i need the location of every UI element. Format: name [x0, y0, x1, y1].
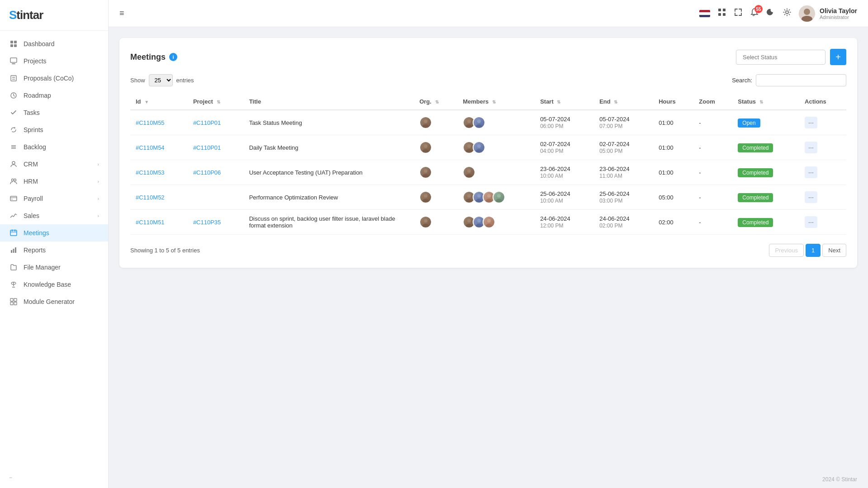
- sidebar-item-roadmap[interactable]: Roadmap: [0, 87, 108, 104]
- sidebar-item-module-generator[interactable]: Module Generator: [0, 293, 108, 310]
- search-input[interactable]: [756, 74, 846, 86]
- col-project[interactable]: Project ⇅: [188, 94, 244, 110]
- col-project-label: Project: [193, 98, 213, 105]
- cell-zoom: -: [693, 185, 732, 210]
- svg-point-71: [477, 219, 481, 223]
- user-menu[interactable]: Olivia Taylor Administrator: [799, 5, 857, 22]
- cell-actions: ···: [799, 210, 846, 235]
- svg-point-53: [424, 169, 427, 173]
- svg-rect-2: [10, 44, 13, 47]
- info-icon[interactable]: i: [169, 53, 177, 61]
- cell-project: #C110P01: [188, 135, 244, 160]
- status-filter[interactable]: [736, 50, 825, 65]
- svg-point-18: [12, 199, 13, 200]
- meetings-table: Id ▼ Project ⇅ Title Org. ⇅: [130, 94, 846, 235]
- meeting-id-link[interactable]: #C110M53: [136, 169, 165, 176]
- cell-members: [457, 185, 535, 210]
- row-actions-button[interactable]: ···: [805, 166, 817, 178]
- svg-rect-31: [718, 9, 721, 11]
- sidebar-item-sprints[interactable]: Sprints: [0, 121, 108, 138]
- notification-badge: 55: [754, 5, 763, 13]
- sidebar-label-meetings: Meetings: [24, 229, 99, 237]
- row-actions-button[interactable]: ···: [805, 117, 817, 128]
- cell-project: #C110P06: [188, 160, 244, 185]
- svg-point-41: [424, 119, 427, 123]
- sidebar-item-dashboard[interactable]: Dashboard: [0, 35, 108, 52]
- sidebar-item-hrm[interactable]: HRM ›: [0, 173, 108, 190]
- svg-point-43: [467, 119, 471, 123]
- cell-org: [414, 185, 457, 210]
- col-end[interactable]: End ⇅: [594, 94, 653, 110]
- meeting-id-link[interactable]: #C110M55: [136, 119, 165, 126]
- sidebar-item-tasks[interactable]: Tasks: [0, 104, 108, 121]
- row-actions-button[interactable]: ···: [805, 216, 817, 228]
- sidebar-item-meetings[interactable]: Meetings: [0, 224, 108, 242]
- svg-point-69: [467, 219, 471, 223]
- cell-id: #C110M52: [130, 185, 188, 210]
- svg-point-66: [496, 199, 502, 202]
- project-link[interactable]: #C110P35: [193, 219, 221, 226]
- topbar-left: ≡: [119, 9, 124, 18]
- meeting-id-link[interactable]: #C110M54: [136, 144, 165, 151]
- cell-title: Performance Optimization Review: [244, 185, 414, 210]
- cell-zoom: -: [693, 135, 732, 160]
- expand-icon[interactable]: [734, 8, 743, 19]
- sidebar-item-sales[interactable]: Sales ›: [0, 207, 108, 224]
- apps-icon[interactable]: [717, 8, 726, 19]
- sidebar-item-backlog[interactable]: Backlog: [0, 138, 108, 156]
- page-1-button[interactable]: 1: [806, 244, 821, 257]
- sidebar-item-file-manager[interactable]: File Manager: [0, 259, 108, 276]
- col-title-label: Title: [249, 98, 261, 105]
- svg-rect-33: [718, 13, 721, 16]
- project-link[interactable]: #C110P01: [193, 119, 221, 126]
- language-flag[interactable]: [699, 10, 710, 17]
- add-meeting-button[interactable]: +: [830, 49, 846, 65]
- table-controls: Show 25 10 50 entries Search:: [130, 74, 846, 86]
- notifications-button[interactable]: 55: [750, 8, 759, 19]
- sidebar-item-payroll[interactable]: Payroll ›: [0, 190, 108, 207]
- row-actions-button[interactable]: ···: [805, 191, 817, 203]
- svg-point-13: [12, 161, 15, 164]
- dark-mode-toggle[interactable]: [766, 8, 775, 19]
- main-area: ≡ 55: [109, 0, 868, 488]
- next-button[interactable]: Next: [822, 244, 846, 257]
- sidebar-item-proposals[interactable]: Proposals (CoCo): [0, 70, 108, 87]
- app-logo[interactable]: Stintar: [9, 8, 43, 22]
- user-role: Administrator: [820, 14, 857, 20]
- sidebar-item-reports[interactable]: Reports: [0, 242, 108, 259]
- svg-point-15: [14, 179, 16, 181]
- project-link[interactable]: #C110P01: [193, 144, 221, 151]
- sidebar-item-knowledge-base[interactable]: Knowledge Base: [0, 276, 108, 293]
- svg-point-63: [487, 194, 491, 198]
- col-status-label: Status: [738, 98, 756, 105]
- cell-start: 05-07-202406:00 PM: [535, 110, 594, 135]
- sidebar-item-projects[interactable]: Projects: [0, 52, 108, 70]
- col-members[interactable]: Members ⇅: [457, 94, 535, 110]
- col-org[interactable]: Org. ⇅: [414, 94, 457, 110]
- sprints-icon: [9, 126, 18, 133]
- sales-icon: [9, 212, 18, 219]
- sort-status-icon: ⇅: [759, 99, 763, 104]
- project-link[interactable]: #C110P06: [193, 169, 221, 176]
- sort-start-icon: ⇅: [557, 99, 560, 104]
- col-status[interactable]: Status ⇅: [732, 94, 799, 110]
- hamburger-button[interactable]: ≡: [119, 9, 124, 18]
- col-hours: Hours: [653, 94, 693, 110]
- entries-select[interactable]: 25 10 50: [149, 74, 173, 86]
- svg-point-64: [486, 199, 492, 202]
- meeting-id-link[interactable]: #C110M51: [136, 219, 165, 226]
- row-actions-button[interactable]: ···: [805, 142, 817, 153]
- svg-rect-16: [10, 196, 17, 201]
- svg-point-62: [476, 199, 482, 202]
- sidebar-label-reports: Reports: [24, 246, 99, 254]
- meeting-id-link[interactable]: #C110M52: [136, 194, 165, 201]
- sidebar-item-crm[interactable]: CRM ›: [0, 156, 108, 173]
- avatar: [419, 166, 432, 179]
- col-start[interactable]: Start ⇅: [535, 94, 594, 110]
- svg-point-47: [424, 144, 427, 148]
- settings-icon[interactable]: [783, 8, 792, 19]
- sidebar-nav: Dashboard Projects Proposals (CoCo) Road…: [0, 31, 108, 467]
- col-id[interactable]: Id ▼: [130, 94, 188, 110]
- previous-button[interactable]: Previous: [769, 244, 804, 257]
- file-manager-icon: [9, 264, 18, 271]
